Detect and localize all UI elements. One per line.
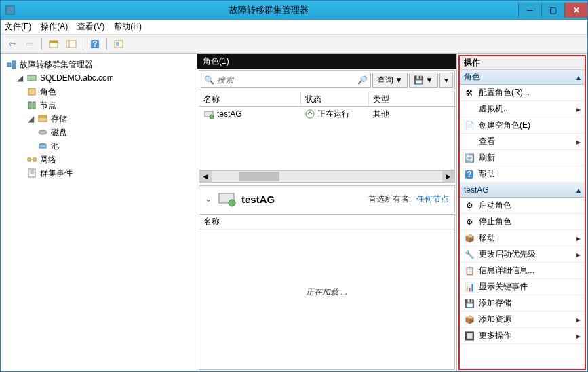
tree-networks[interactable]: 网络 [3,153,194,166]
chevron-right-icon: ▸ [576,234,581,243]
search-row: 🔍 🔎 查询▼ 💾▼ ▾ [199,70,455,90]
actions-pane: 操作 角色▴ 🛠配置角色(R)... 虚拟机...▸ 📄创建空角色(E) 查看▸… [457,54,587,371]
svg-rect-2 [50,41,58,43]
action-add-resource[interactable]: 📦添加资源▸ [460,312,585,328]
chevron-right-icon: ▸ [576,315,581,324]
tree-pools-label: 池 [51,141,59,152]
roles-icon [26,86,37,97]
chevron-right-icon: ▸ [576,250,581,259]
tree-roles[interactable]: 角色 [3,85,194,98]
toolbar-icon-1[interactable] [46,37,61,52]
svg-point-31 [229,200,235,206]
col-name[interactable]: 名称 [199,92,301,106]
detail-col-name[interactable]: 名称 [199,215,454,229]
grid-body: testAG 正在运行 其他 [199,107,455,170]
menu-action[interactable]: 操作(A) [41,21,68,33]
svg-text:?: ? [92,39,97,49]
menu-file[interactable]: 文件(F) [5,21,31,33]
action-create-empty-role[interactable]: 📄创建空角色(E) [460,117,585,134]
tree-cluster[interactable]: ◢ SQLDEMO.abc.com [3,71,194,85]
tree-disks[interactable]: 磁盘 [3,126,194,139]
tree-events[interactable]: 群集事件 [3,166,194,180]
forward-button[interactable]: ⇨ [22,37,37,52]
row-name: testAG [217,109,242,119]
tree-events-label: 群集事件 [40,168,73,179]
tree-networks-label: 网络 [40,154,56,166]
action-configure-role[interactable]: 🛠配置角色(R)... [460,85,585,101]
add-resource-icon: 📦 [464,314,475,325]
row-type: 其他 [373,109,389,120]
configure-icon: 🛠 [464,88,475,98]
close-button[interactable]: ✕ [564,3,587,18]
svg-rect-0 [6,6,14,14]
svg-rect-17 [39,115,47,117]
action-stop-role[interactable]: ⚙停止角色 [460,214,585,230]
pref-owner-label: 首选所有者: [368,193,411,205]
pref-owner-link[interactable]: 任何节点 [416,193,449,205]
action-start-role[interactable]: ⚙启动角色 [460,198,585,214]
tree-root-label: 故障转移群集管理器 [20,59,93,71]
svg-rect-20 [39,145,46,148]
tree-nodes-label: 节点 [40,100,56,111]
toolbar-icon-3[interactable] [111,37,126,52]
col-type[interactable]: 类型 [369,92,454,106]
svg-rect-10 [12,61,16,64]
toolbar-icon-2[interactable] [64,37,79,52]
action-show-critical-events[interactable]: 📊显示关键事件 [460,279,585,295]
tree-nodes[interactable]: 节点 [3,98,194,112]
more-icon: 🔲 [464,331,475,341]
back-button[interactable]: ⇦ [5,37,20,52]
events-icon [26,168,37,179]
collapse-icon[interactable]: ⌄ [205,194,212,204]
action-add-storage[interactable]: 💾添加存储 [460,295,585,312]
action-refresh[interactable]: 🔄刷新 [460,150,585,166]
grid-header: 名称 状态 类型 [199,92,455,107]
scroll-thumb[interactable] [239,172,279,181]
toolbar: ⇦ ⇨ ? [1,35,587,54]
maximize-button[interactable]: ▢ [541,3,564,18]
action-change-priority[interactable]: 🔧更改启动优先级▸ [460,246,585,263]
svg-rect-9 [7,63,11,67]
help-icon[interactable]: ? [87,37,102,52]
info-icon: 📋 [464,265,475,276]
search-input[interactable] [217,75,357,85]
save-button[interactable]: 💾▼ [409,73,438,88]
dropdown-button[interactable]: ▾ [439,73,453,88]
svg-rect-14 [28,102,31,109]
tree-root[interactable]: 故障转移群集管理器 [3,58,194,71]
action-help[interactable]: ?帮助 [460,166,585,183]
expand-toggle[interactable]: ◢ [26,114,35,124]
col-status[interactable]: 状态 [301,92,369,106]
action-virtual-machine[interactable]: 虚拟机...▸ [460,101,585,117]
network-icon [26,154,37,165]
menu-view[interactable]: 查看(V) [77,21,104,33]
chevron-right-icon: ▸ [576,105,581,114]
query-button[interactable]: 查询▼ [372,73,408,88]
minimize-button[interactable]: ─ [518,3,541,18]
tree-pools[interactable]: 池 [3,139,194,153]
actions-group-selected[interactable]: testAG▴ [460,183,585,198]
action-more[interactable]: 🔲更多操作▸ [460,328,585,344]
storage-icon [37,113,48,124]
scroll-right-icon[interactable]: ► [442,171,454,182]
menu-help[interactable]: 帮助(H) [114,21,142,33]
action-move[interactable]: 📦移动▸ [460,230,585,246]
search-box[interactable]: 🔍 🔎 [201,73,371,88]
scroll-left-icon[interactable]: ◄ [199,171,212,182]
row-status: 正在运行 [317,109,350,120]
action-view[interactable]: 查看▸ [460,134,585,150]
table-row[interactable]: testAG 正在运行 其他 [199,107,454,122]
disk-icon [37,127,48,138]
actions-group-roles[interactable]: 角色▴ [460,70,585,85]
tree-storage[interactable]: ◢ 存储 [3,112,194,126]
tree-disks-label: 磁盘 [51,127,67,138]
search-clear-icon[interactable]: 🔎 [357,75,368,85]
horizontal-scrollbar[interactable]: ◄ ► [199,170,455,183]
action-info-details[interactable]: 📋信息详细信息... [460,263,585,279]
expand-toggle[interactable]: ◢ [16,73,24,83]
add-storage-icon: 💾 [464,298,475,309]
tree-roles-label: 角色 [40,86,56,98]
actions-title: 操作 [460,56,585,70]
window-title: 故障转移群集管理器 [20,4,518,16]
search-icon: 🔍 [204,75,214,85]
